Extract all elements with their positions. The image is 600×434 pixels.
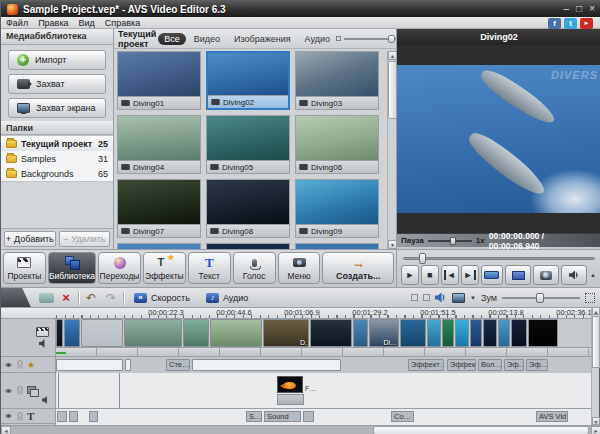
video-track[interactable]: D. Di…: [56, 319, 593, 347]
scroll-right-icon[interactable]: ►: [591, 426, 600, 434]
video-clip[interactable]: [511, 319, 527, 347]
timeline-ruler[interactable]: 00:00:22.300:00:44.600:01:06.900:01:29.2…: [1, 307, 600, 319]
media-thumbnail[interactable]: Diving06: [295, 115, 379, 174]
audio-button[interactable]: ♪ Аудио: [200, 290, 254, 306]
effect-block[interactable]: Эф…: [526, 359, 548, 371]
fit-timeline-icon[interactable]: [585, 293, 595, 303]
speed-button[interactable]: » Скорость: [128, 290, 196, 306]
video-clip[interactable]: [470, 319, 482, 347]
previous-frame-button[interactable]: ◄: [441, 265, 459, 285]
delete-icon[interactable]: ×: [58, 289, 74, 307]
media-thumbnail[interactable]: Diving02: [206, 51, 290, 110]
media-thumbnail[interactable]: Diving07: [117, 179, 201, 238]
video-clip[interactable]: [400, 319, 426, 347]
lock-icon[interactable]: [16, 360, 24, 369]
volume-envelope[interactable]: [56, 352, 66, 354]
display-mode-icon[interactable]: [452, 293, 465, 303]
mute-icon[interactable]: [435, 292, 447, 303]
folder-row[interactable]: Backgrounds 65: [1, 166, 113, 181]
seek-handle[interactable]: [419, 253, 426, 264]
video-clip[interactable]: D.: [263, 319, 309, 347]
media-thumbnail[interactable]: Diving09: [295, 179, 379, 238]
video-clip[interactable]: [310, 319, 352, 347]
volume-expand-icon[interactable]: ▲: [589, 272, 597, 278]
overlay-track[interactable]: F…: [56, 373, 593, 409]
video-clip[interactable]: [483, 319, 497, 347]
twitter-icon[interactable]: t: [564, 18, 577, 29]
tab-projects[interactable]: Проекты: [3, 252, 46, 284]
menu-item[interactable]: Вид: [79, 18, 95, 28]
filter-tab[interactable]: Видео: [188, 33, 226, 45]
effect-block[interactable]: Эф…: [504, 359, 524, 371]
text-clip[interactable]: Sound: [264, 411, 301, 422]
timeline-vertical-scrollbar[interactable]: ▲ ▼: [591, 307, 599, 425]
video-clip[interactable]: [124, 319, 182, 347]
seek-slider[interactable]: [403, 257, 595, 260]
filter-tab[interactable]: Все: [158, 33, 186, 45]
youtube-icon[interactable]: ►: [580, 18, 593, 29]
small-preview-icon[interactable]: [423, 294, 430, 301]
text-clip[interactable]: [69, 411, 78, 422]
video-clip[interactable]: [81, 319, 123, 347]
text-track-header[interactable]: T: [1, 409, 55, 424]
play-button[interactable]: ►: [401, 265, 419, 285]
stop-button[interactable]: ■: [421, 265, 439, 285]
import-button[interactable]: + Импорт: [8, 50, 106, 70]
scroll-left-icon[interactable]: ◄: [1, 426, 11, 434]
text-clip[interactable]: Co…: [391, 411, 414, 422]
tab-voice[interactable]: Голос: [233, 252, 276, 284]
text-clip[interactable]: [89, 411, 98, 422]
effect-block[interactable]: Эффек…: [447, 359, 476, 371]
folder-row[interactable]: Текущий проект 25: [1, 136, 113, 151]
overlay-clip-handle[interactable]: [277, 394, 304, 405]
tab-menu[interactable]: Меню: [278, 252, 321, 284]
text-clip[interactable]: [303, 411, 314, 422]
tab-text[interactable]: T Текст: [188, 252, 231, 284]
small-preview-icon[interactable]: [411, 294, 418, 301]
audio-strip[interactable]: [56, 347, 593, 357]
filter-tab[interactable]: Изображения: [228, 33, 297, 45]
video-clip[interactable]: [183, 319, 209, 347]
remove-folder-button[interactable]: − Удалить: [59, 231, 111, 247]
media-thumbnail[interactable]: Diving08: [206, 179, 290, 238]
undo-icon[interactable]: ↶: [83, 289, 99, 307]
scroll-down-icon[interactable]: ▼: [592, 417, 600, 425]
thumbnail-zoom-slider[interactable]: [344, 38, 396, 40]
track-speaker-icon[interactable]: [39, 339, 49, 348]
media-thumbnail[interactable]: Diving04: [117, 115, 201, 174]
tab-transitions[interactable]: Переходы: [98, 252, 141, 284]
folder-row[interactable]: Samples 31: [1, 151, 113, 166]
facebook-icon[interactable]: f: [548, 18, 561, 29]
effect-block[interactable]: [192, 359, 341, 371]
thumbnail-zoom-handle[interactable]: [388, 35, 395, 43]
tab-effects[interactable]: T★ Эффекты: [143, 252, 186, 284]
timeline-zoom-slider[interactable]: [502, 297, 580, 299]
browser-scrollbar[interactable]: ▲ ▼: [387, 51, 396, 249]
video-clip[interactable]: Di…: [369, 319, 399, 347]
timeline-horizontal-scrollbar[interactable]: ◄ ►: [1, 425, 600, 434]
chevron-down-icon[interactable]: ▼: [470, 295, 476, 301]
lock-icon[interactable]: [16, 386, 24, 395]
close-icon[interactable]: ×: [589, 4, 595, 14]
track-speaker-icon[interactable]: [42, 396, 51, 404]
effect-block[interactable]: Сте…: [166, 359, 190, 371]
text-clip[interactable]: S…: [246, 411, 262, 422]
video-clip[interactable]: [64, 319, 80, 347]
text-track[interactable]: S… Sound Co… AVS Vid…: [56, 409, 593, 425]
text-clip[interactable]: AVS Vid…: [536, 411, 568, 422]
tab-library[interactable]: Библиотека: [48, 252, 96, 284]
scrollbar-thumb[interactable]: [592, 316, 600, 368]
eye-icon[interactable]: [4, 388, 13, 394]
speed-slider-handle[interactable]: [450, 237, 456, 245]
minimize-icon[interactable]: –: [564, 4, 570, 14]
video-clip[interactable]: [210, 319, 262, 347]
overlay-clip[interactable]: [277, 376, 303, 393]
video-clip[interactable]: [427, 319, 441, 347]
next-frame-button[interactable]: ►: [461, 265, 479, 285]
effect-block[interactable]: Вол…: [478, 359, 502, 371]
effect-block[interactable]: Эффект…: [408, 359, 444, 371]
snapshot-button[interactable]: [533, 265, 559, 285]
video-clip[interactable]: [528, 319, 558, 347]
menu-item[interactable]: Справка: [105, 18, 140, 28]
filter-tab[interactable]: Аудио: [299, 33, 336, 45]
